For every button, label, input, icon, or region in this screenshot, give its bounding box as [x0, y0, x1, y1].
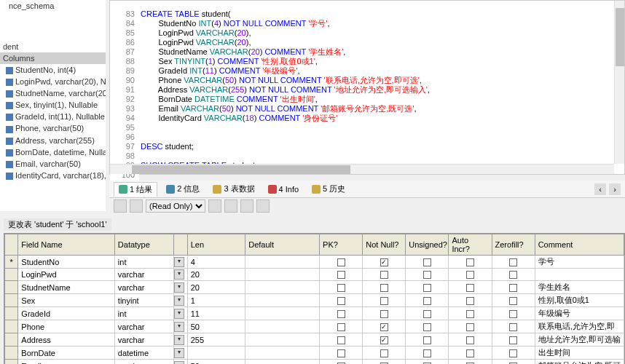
table-row[interactable]: GradeIdint▾11年级编号 — [5, 307, 624, 320]
comment-cell[interactable] — [535, 269, 624, 281]
checkbox[interactable] — [337, 336, 345, 344]
checkbox[interactable] — [423, 310, 431, 318]
len-cell[interactable]: 1 — [187, 294, 245, 307]
checkbox[interactable] — [509, 336, 517, 344]
result-tab[interactable]: 4 Info — [264, 183, 304, 195]
grid-header[interactable]: PK? — [320, 234, 363, 256]
datatype-dd[interactable]: ▾ — [174, 347, 187, 360]
comment-cell[interactable]: 年级编号 — [535, 307, 624, 320]
grid-header[interactable] — [5, 234, 18, 256]
grid-header[interactable]: Unsigned? — [406, 234, 449, 256]
default-cell[interactable] — [245, 281, 320, 294]
table-row[interactable]: Emailvarchar▾50邮箱账号允许为空,既可 — [5, 360, 624, 365]
table-row[interactable]: *StudentNoint▾4学号 — [5, 256, 624, 269]
tree-item[interactable]: Phone, varchar(50) — [0, 122, 106, 134]
checkbox[interactable] — [509, 349, 517, 357]
tree-item[interactable]: BornDate, datetime, Nulla — [0, 146, 106, 158]
table-row[interactable]: Phonevarchar▾50联系电话,允许为空,即 — [5, 320, 624, 333]
comment-cell[interactable]: 性别,取值0或1 — [535, 294, 624, 307]
datatype-cell[interactable]: varchar — [114, 360, 174, 365]
table-designer-grid[interactable]: Field NameDatatypeLenDefaultPK?Not Null?… — [4, 233, 625, 364]
dropdown-icon[interactable]: ▾ — [174, 309, 184, 319]
checkbox[interactable] — [466, 258, 474, 266]
code-content[interactable]: CREATE TABLE student( StudentNo INT(4) N… — [141, 9, 614, 164]
field-name-cell[interactable]: Phone — [18, 320, 114, 333]
datatype-cell[interactable]: varchar — [114, 320, 174, 333]
grid-header[interactable]: Datatype — [114, 234, 174, 256]
field-name-cell[interactable]: StudentNo — [18, 256, 114, 269]
tree-item[interactable]: Address, varchar(255) — [0, 135, 106, 146]
comment-cell[interactable]: 出生时间 — [535, 347, 624, 360]
dropdown-icon[interactable]: ▾ — [174, 335, 184, 345]
comment-cell[interactable]: 邮箱账号允许为空,既可 — [535, 360, 624, 365]
checkbox[interactable] — [423, 323, 431, 331]
datatype-cell[interactable]: tinyint — [114, 294, 174, 307]
checkbox[interactable] — [466, 336, 474, 344]
result-tab[interactable]: 5 历史 — [307, 182, 350, 196]
dropdown-icon[interactable]: ▾ — [174, 282, 184, 293]
field-name-cell[interactable]: LoginPwd — [18, 269, 114, 281]
tree-item[interactable]: dent — [0, 41, 106, 52]
table-row[interactable]: Sextinyint▾1性别,取值0或1 — [5, 294, 624, 307]
field-name-cell[interactable]: Sex — [18, 294, 114, 307]
result-tab[interactable]: 1 结果 — [114, 182, 157, 197]
readonly-select[interactable]: (Read Only) — [146, 199, 205, 213]
comment-cell[interactable]: 学号 — [535, 256, 624, 269]
datatype-dd[interactable]: ▾ — [174, 360, 187, 365]
toolbar-button[interactable] — [240, 199, 253, 213]
table-row[interactable]: LoginPwdvarchar▾20 — [5, 269, 624, 281]
checkbox[interactable] — [423, 271, 431, 279]
tree-item[interactable]: IdentityCard, varchar(18), — [0, 170, 106, 181]
checkbox[interactable] — [466, 271, 474, 279]
checkbox[interactable] — [466, 349, 474, 357]
len-cell[interactable]: 255 — [187, 333, 245, 347]
checkbox[interactable] — [380, 349, 388, 357]
len-cell[interactable]: 20 — [187, 269, 245, 281]
tree-item[interactable]: StudentNo, int(4) — [0, 64, 106, 76]
tree-item[interactable]: GradeId, int(11), Nullable — [0, 111, 106, 122]
checkbox[interactable] — [337, 271, 345, 279]
checkbox[interactable] — [380, 284, 388, 292]
datatype-dd[interactable]: ▾ — [174, 256, 187, 269]
checkbox[interactable] — [466, 297, 474, 305]
datatype-cell[interactable]: int — [114, 307, 174, 320]
checkbox[interactable] — [380, 310, 388, 318]
checkbox[interactable] — [380, 336, 388, 344]
default-cell[interactable] — [245, 269, 320, 281]
checkbox[interactable] — [380, 271, 388, 279]
datatype-cell[interactable]: varchar — [114, 269, 174, 281]
checkbox[interactable] — [337, 323, 345, 331]
default-cell[interactable] — [245, 256, 320, 269]
field-name-cell[interactable]: GradeId — [18, 307, 114, 320]
checkbox[interactable] — [337, 284, 345, 292]
len-cell[interactable]: 50 — [187, 360, 245, 365]
datatype-dd[interactable]: ▾ — [174, 307, 187, 320]
checkbox[interactable] — [337, 349, 345, 357]
default-cell[interactable] — [245, 360, 320, 365]
toolbar-button[interactable] — [256, 199, 270, 213]
checkbox[interactable] — [423, 336, 431, 344]
grid-header[interactable] — [174, 234, 187, 256]
checkbox[interactable] — [509, 323, 517, 331]
comment-cell[interactable]: 联系电话,允许为空,即 — [535, 320, 624, 333]
dropdown-icon[interactable]: ▾ — [174, 361, 184, 365]
field-name-cell[interactable]: Email — [18, 360, 114, 365]
datatype-cell[interactable]: varchar — [114, 281, 174, 294]
comment-cell[interactable]: 学生姓名 — [535, 281, 624, 294]
default-cell[interactable] — [245, 294, 320, 307]
checkbox[interactable] — [423, 349, 431, 357]
checkbox[interactable] — [423, 297, 431, 305]
len-cell[interactable]: 11 — [187, 307, 245, 320]
datatype-cell[interactable]: varchar — [114, 333, 174, 347]
vertical-scrollbar[interactable] — [614, 1, 624, 164]
len-cell[interactable]: 4 — [187, 256, 245, 269]
datatype-dd[interactable]: ▾ — [174, 294, 187, 307]
tree-item[interactable]: Sex, tinyint(1), Nullable — [0, 99, 106, 111]
field-name-cell[interactable]: BornDate — [18, 347, 114, 360]
grid-header[interactable]: Auto Incr? — [449, 234, 492, 256]
toolbar-button[interactable] — [130, 199, 143, 213]
checkbox[interactable] — [337, 310, 345, 318]
dropdown-icon[interactable]: ▾ — [174, 322, 184, 332]
field-name-cell[interactable]: StudnetName — [18, 281, 114, 294]
tree-item[interactable]: LoginPwd, varchar(20), Nu — [0, 76, 106, 87]
